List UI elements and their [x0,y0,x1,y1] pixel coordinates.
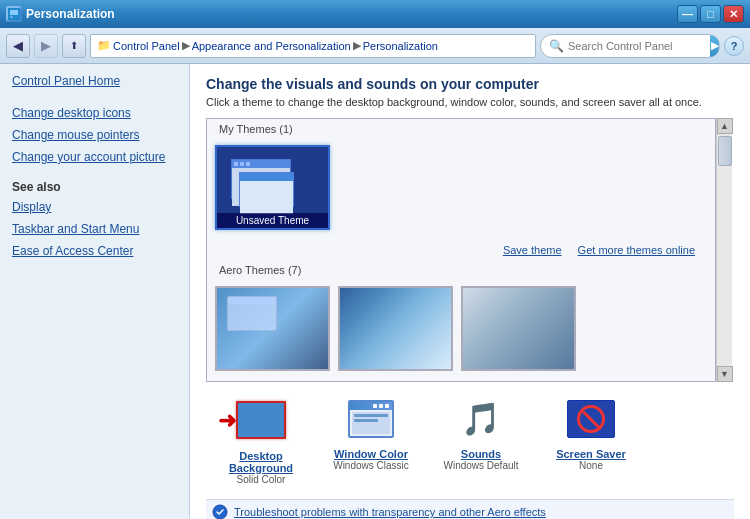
breadcrumb[interactable]: 📁 Control Panel ▶ Appearance and Persona… [90,34,536,58]
themes-container: My Themes (1) [206,118,716,382]
page-title: Change the visuals and sounds on your co… [206,76,734,92]
sidebar-link-ease-of-access[interactable]: Ease of Access Center [12,244,177,258]
sidebar-link-mouse-pointers[interactable]: Change mouse pointers [12,128,177,142]
bottom-icon-desktop-bg[interactable]: ➜ Desktop Background Solid Color [216,394,306,485]
window-title: Personalization [26,7,677,21]
back-button[interactable]: ◀ [6,34,30,58]
bottom-icon-sounds[interactable]: 🎵 Sounds Windows Default [436,394,526,471]
sidebar-link-desktop-icons[interactable]: Change desktop icons [12,106,177,120]
close-button[interactable]: ✕ [723,5,744,23]
content-area: Change the visuals and sounds on your co… [190,64,750,519]
sidebar-link-taskbar[interactable]: Taskbar and Start Menu [12,222,177,236]
svg-rect-1 [10,10,18,15]
sidebar-link-display[interactable]: Display [12,200,177,214]
sidebar-link-account-picture[interactable]: Change your account picture [12,150,177,164]
breadcrumb-item-2[interactable]: Appearance and Personalization [192,40,351,52]
breadcrumb-item-3[interactable]: Personalization [363,40,438,52]
see-also-title: See also [12,180,177,194]
screen-saver-subtitle: None [579,460,603,471]
shield-check-icon [212,504,228,519]
search-input[interactable] [568,40,706,52]
sidebar: Control Panel Home Change desktop icons … [0,64,190,519]
bottom-icon-window-color[interactable]: Window Color Windows Classic [326,394,416,471]
address-bar: ◀ ▶ ⬆ 📁 Control Panel ▶ Appearance and P… [0,28,750,64]
bottom-icons-row: ➜ Desktop Background Solid Color [206,394,734,485]
red-arrow-icon: ➜ [218,408,236,434]
forward-button[interactable]: ▶ [34,34,58,58]
troubleshoot-bar: Troubleshoot problems with transparency … [206,499,734,519]
window-controls: — □ ✕ [677,5,744,23]
sounds-title: Sounds [461,448,501,460]
scroll-thumb[interactable] [718,136,732,166]
page-subtitle: Click a theme to change the desktop back… [206,96,734,108]
search-box: 🔍 ▶ [540,34,720,58]
breadcrumb-sep-2: ▶ [353,39,361,52]
scroll-up-arrow[interactable]: ▲ [717,118,733,134]
maximize-button[interactable]: □ [700,5,721,23]
window-color-image [346,394,396,444]
theme-aero-2[interactable] [338,286,453,371]
sidebar-control-panel-home[interactable]: Control Panel Home [12,74,177,88]
theme-aero-3[interactable] [461,286,576,371]
search-go-button[interactable]: ▶ [710,35,719,57]
window-color-subtitle: Windows Classic [333,460,409,471]
unsaved-theme-label: Unsaved Theme [217,213,328,228]
get-more-themes-link[interactable]: Get more themes online [578,244,695,256]
help-button[interactable]: ? [724,36,744,56]
svg-rect-2 [10,16,13,18]
search-icon: 🔍 [549,39,564,53]
sounds-subtitle: Windows Default [443,460,518,471]
app-icon [6,6,22,22]
theme-actions: Save theme Get more themes online [207,240,715,260]
my-themes-label: My Themes (1) [207,119,715,139]
sounds-image: 🎵 [456,394,506,444]
breadcrumb-item-1[interactable]: Control Panel [113,40,180,52]
themes-scrollbar[interactable]: ▲ ▼ [716,118,732,382]
bottom-icon-screen-saver[interactable]: Screen Saver None [546,394,636,471]
screen-saver-title: Screen Saver [556,448,626,460]
screen-saver-image [566,394,616,444]
theme-aero-1[interactable] [215,286,330,371]
desktop-bg-subtitle: Solid Color [237,474,286,485]
window-color-title: Window Color [334,448,408,460]
sounds-icon: 🎵 [461,400,501,438]
my-themes-grid: Unsaved Theme [207,139,715,240]
breadcrumb-sep-1: ▶ [182,39,190,52]
troubleshoot-link[interactable]: Troubleshoot problems with transparency … [234,506,546,518]
title-bar: Personalization — □ ✕ [0,0,750,28]
scroll-down-arrow[interactable]: ▼ [717,366,733,382]
minimize-button[interactable]: — [677,5,698,23]
up-button[interactable]: ⬆ [62,34,86,58]
save-theme-link[interactable]: Save theme [503,244,562,256]
main-layout: Control Panel Home Change desktop icons … [0,64,750,519]
desktop-bg-image [236,395,286,445]
aero-themes-grid [207,280,715,381]
theme-unsaved[interactable]: Unsaved Theme [215,145,330,230]
aero-themes-label: Aero Themes (7) [207,260,715,280]
desktop-bg-title: Desktop Background [216,450,306,474]
breadcrumb-folder-icon: 📁 [97,39,111,52]
